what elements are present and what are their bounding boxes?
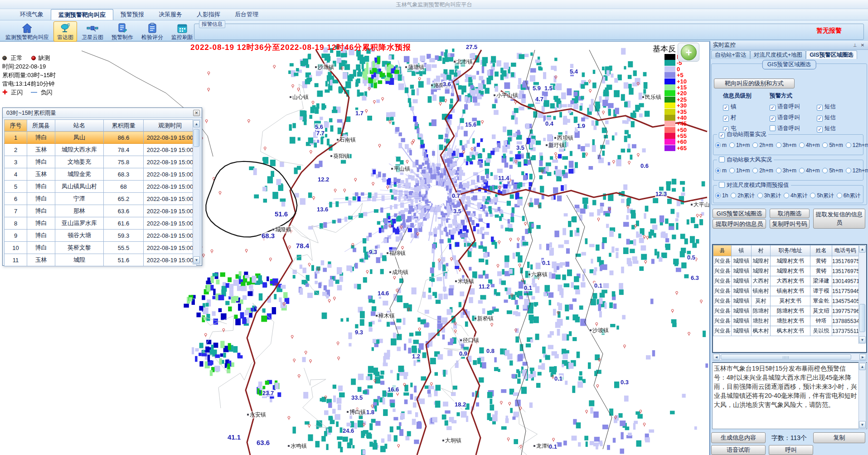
radio-option-2h+m[interactable]: 2h+m	[752, 167, 773, 174]
rain-table-row[interactable]: 9博白顿谷大塘59.32022-08-19 15:00	[5, 230, 197, 242]
toolbar-button-预警制作[interactable]: 预警制作	[108, 21, 137, 42]
message-vscrollbar[interactable]: ▲▼	[858, 362, 866, 429]
radio-option-12h+m[interactable]: 12h+m	[846, 142, 868, 148]
radio-option-2h+m[interactable]: 2h+m	[752, 142, 773, 148]
contacts-row[interactable]: 兴业县城隍镇莫村莫村支书覃金乾134575405	[713, 296, 859, 306]
radio-icon[interactable]	[715, 142, 721, 148]
radio-icon[interactable]	[776, 168, 781, 173]
close-icon[interactable]: ✕	[193, 110, 200, 116]
contacts-row[interactable]: 兴业县城隍镇大西村大西村支书梁泽建130149571	[713, 276, 859, 286]
contacts-col-村[interactable]: 村	[752, 245, 771, 256]
contacts-row[interactable]: 兴业县城隍镇枫木村枫木村支书吴以悦137375511	[713, 326, 859, 336]
copy-number-button[interactable]: 复制呼叫号码	[770, 219, 810, 229]
radio-icon[interactable]	[822, 142, 828, 148]
contacts-row[interactable]: 兴业县城隍镇城隍村城隍村支书黄铸135176975	[713, 266, 859, 276]
close-icon[interactable]: ✕	[859, 42, 866, 49]
zoom-in-icon[interactable]: +	[681, 44, 697, 60]
rain-col-站名[interactable]: 站名	[55, 120, 104, 132]
radio-option-5h累计[interactable]: 5h累计	[810, 192, 834, 200]
rain-table-row[interactable]: 3博白文地姜充75.82022-08-19 15:00	[5, 156, 197, 168]
radio-icon[interactable]	[846, 142, 851, 148]
contacts-row[interactable]: 兴业县城隍镇镇南村镇南村支书谭于模151775946	[713, 286, 859, 296]
gis-select-button[interactable]: GIS预警区域圈选	[713, 209, 766, 218]
rain-col-序号[interactable]: 序号	[5, 120, 27, 132]
radio-icon[interactable]	[731, 193, 736, 198]
scrollbar-thumb[interactable]	[194, 129, 199, 147]
copy-message-button[interactable]: 复制	[813, 432, 865, 443]
menu-tab-人影指挥[interactable]: 人影指挥	[189, 9, 228, 20]
radio-option-3h+m[interactable]: 3h+m	[776, 142, 796, 148]
checkbox-短信[interactable]: ✓	[817, 116, 823, 122]
toolbar-button-雷达图[interactable]: 雷达图	[53, 21, 77, 42]
scrollbar-thumb[interactable]	[721, 354, 851, 360]
contacts-col-职务/地址[interactable]: 职务/地址	[771, 245, 810, 256]
checkbox-村[interactable]: ✓	[723, 116, 729, 122]
toolbar-button-检验评分[interactable]: 检验评分	[138, 21, 167, 42]
checkbox-短信[interactable]: ✓	[817, 105, 823, 111]
radio-icon[interactable]	[799, 142, 805, 148]
checkbox-短信[interactable]: ✓	[817, 127, 823, 132]
warning-message-text[interactable]: 玉林市气象台19日5时15分发布暴雨橙色预警信号：4时以来兴业县城隍大西水库已出…	[712, 362, 867, 429]
rain-table-row[interactable]: 6博白宁潭65.22022-08-19 15:00	[5, 193, 197, 205]
radio-option-5h+m[interactable]: 5h+m	[822, 167, 843, 174]
cancel-select-button[interactable]: 取消圈选	[770, 209, 810, 218]
scroll-up-icon[interactable]: ▲	[859, 245, 866, 253]
radio-icon[interactable]	[729, 168, 735, 173]
radio-icon[interactable]	[837, 193, 842, 198]
radio-icon[interactable]	[757, 193, 763, 198]
radio-icon[interactable]	[715, 193, 721, 198]
rain-col-观测时间[interactable]: 观测时间	[144, 120, 197, 132]
scroll-down-icon[interactable]: ▼	[859, 336, 866, 343]
contacts-col-镇[interactable]: 镇	[732, 245, 752, 256]
panel-tab-自动站+雷达[interactable]: 自动站+雷达	[711, 50, 750, 59]
contacts-row[interactable]: 兴业县城隍镇塘肚村塘肚村支书钟塔137885534	[713, 316, 859, 326]
radio-icon[interactable]	[822, 168, 828, 173]
contacts-row[interactable]: 兴业县城隍镇陈塘村陈塘村支书莫文绍139775796	[713, 306, 859, 316]
contacts-col-姓名[interactable]: 姓名	[810, 245, 832, 256]
call-button[interactable]: 呼叫	[769, 445, 813, 455]
scroll-down-icon[interactable]: ▼	[193, 256, 200, 264]
checkbox-自动站雨量实况[interactable]: ✓	[719, 132, 725, 138]
scrollbar-thumb[interactable]	[859, 304, 865, 332]
radio-option-2h累计[interactable]: 2h累计	[731, 192, 754, 200]
voice-preview-button[interactable]: 语音试听	[711, 445, 766, 455]
radio-option-6h累计[interactable]: 6h累计	[837, 192, 860, 200]
rain-table-row[interactable]: 4玉林城隍金党68.32022-08-19 15:00	[5, 168, 197, 181]
menu-tab-后台管理[interactable]: 后台管理	[228, 9, 266, 20]
checkbox-镇[interactable]: ✓	[723, 105, 729, 111]
radio-option-5h+m[interactable]: 5h+m	[822, 142, 843, 148]
menu-tab-环境气象[interactable]: 环境气象	[13, 9, 51, 20]
radio-icon[interactable]	[810, 193, 815, 198]
contacts-hscrollbar[interactable]: ◄►	[712, 353, 867, 361]
radio-option-4h+m[interactable]: 4h+m	[799, 167, 820, 174]
radio-option-3h+m[interactable]: 3h+m	[776, 167, 796, 174]
rain-col-累积雨量[interactable]: 累积雨量	[104, 120, 144, 132]
radio-option-12h+m[interactable]: 12h+m	[846, 167, 868, 174]
radio-option-m[interactable]: m	[715, 167, 727, 174]
panel-tab-对流尺度模式+地图[interactable]: 对流尺度模式+地图	[750, 50, 806, 59]
radio-option-4h累计[interactable]: 4h累计	[784, 192, 807, 200]
radio-option-3h累计[interactable]: 3h累计	[757, 192, 781, 200]
toolbar-button-监控刷新[interactable]: 监控刷新	[168, 21, 197, 42]
toolbar-button-监测预警靶向叫应[interactable]: 监测预警靶向叫应	[2, 21, 53, 42]
checkbox-语音呼叫[interactable]	[770, 125, 776, 131]
radio-option-4h+m[interactable]: 4h+m	[799, 142, 820, 148]
contacts-row[interactable]: 兴业县城隍镇城隍村城隍村支书黄铸135176975	[713, 256, 859, 266]
rain-table-row[interactable]: 8博白亚山温罗水库61.62022-08-19 15:00	[5, 217, 197, 230]
radio-icon[interactable]	[752, 168, 758, 173]
scroll-up-icon[interactable]: ▲	[193, 120, 200, 127]
radio-icon[interactable]	[784, 193, 789, 198]
radio-option-1h+m[interactable]: 1h+m	[729, 142, 750, 148]
scroll-left-icon[interactable]: ◄	[713, 354, 720, 360]
checkbox-对流尺度模式降雨预报值[interactable]	[719, 182, 725, 188]
radio-icon[interactable]	[715, 168, 721, 173]
rain-table-row[interactable]: 7博白那林63.62022-08-19 15:00	[5, 205, 197, 217]
checkbox-自动站极大风实况[interactable]	[719, 157, 725, 162]
scroll-up-icon[interactable]: ▲	[859, 363, 866, 370]
radio-option-1h[interactable]: 1h	[715, 192, 728, 199]
panel-tab-GIS预警区域圈选[interactable]: GIS预警区域圈选	[806, 50, 857, 59]
menu-tab-决策服务[interactable]: 决策服务	[151, 9, 189, 20]
radio-icon[interactable]	[752, 142, 758, 148]
rain-table-scrollbar[interactable]: ▲ ▼	[193, 119, 200, 264]
level-mode-button[interactable]: 靶向叫应的级别和方式	[714, 78, 795, 88]
